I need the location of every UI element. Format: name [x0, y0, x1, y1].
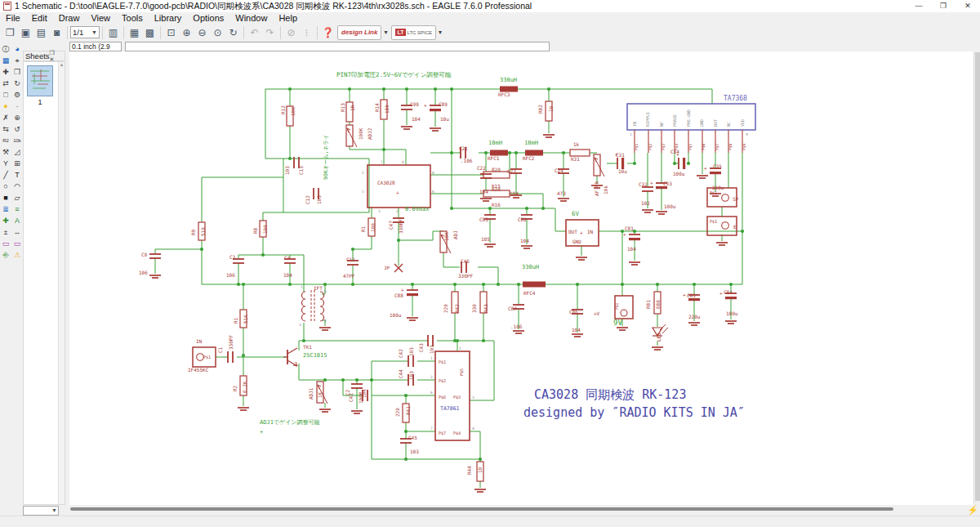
svg-text:C82: C82: [518, 217, 527, 222]
horizontal-scrollbar[interactable]: [70, 506, 965, 516]
rect-icon[interactable]: ■: [0, 192, 11, 203]
svg-text:P$1: P$1: [710, 219, 717, 224]
svg-text:R41: R41: [405, 406, 411, 415]
help-icon[interactable]: ❓: [320, 25, 336, 40]
maximize-button[interactable]: ❐: [931, 0, 956, 12]
svg-text:330PF: 330PF: [398, 219, 403, 234]
open-icon[interactable]: ❐: [2, 25, 18, 40]
miter-icon[interactable]: ◿: [11, 146, 23, 158]
attribute-icon[interactable]: ±: [0, 226, 11, 238]
bottom-combobox[interactable]: ▼: [23, 506, 59, 516]
zoom-redraw-icon[interactable]: ↻: [225, 25, 241, 40]
frame-icon[interactable]: ▭: [0, 238, 11, 249]
design-link-dropdown-icon[interactable]: ▼: [381, 29, 390, 35]
rotate-icon[interactable]: ↻: [11, 78, 23, 89]
layer-settings-icon[interactable]: ▥: [105, 25, 121, 40]
design-link-button[interactable]: design Link: [337, 25, 381, 40]
erc-icon[interactable]: ⎆: [0, 249, 11, 261]
polygon-icon[interactable]: ▱: [11, 192, 23, 203]
sheets-float-icon[interactable]: ❐: [50, 50, 56, 56]
dimension-icon[interactable]: ↔: [11, 226, 23, 238]
run-icon[interactable]: ⁝: [299, 25, 314, 40]
save-icon[interactable]: ▣: [18, 25, 33, 40]
frame-alt-icon[interactable]: ▭: [11, 238, 23, 249]
replace-icon[interactable]: ↺: [11, 123, 23, 135]
svg-text:C84: C84: [724, 289, 733, 295]
circle-icon[interactable]: ○: [0, 181, 11, 192]
svg-text:+: +: [650, 180, 653, 185]
zoom-out-icon[interactable]: ⊖: [194, 25, 210, 40]
mirror-icon[interactable]: ⇄: [0, 78, 11, 89]
bus-icon[interactable]: ≣: [0, 203, 11, 215]
menu-item-view[interactable]: View: [85, 13, 116, 23]
svg-text:100u: 100u: [673, 171, 685, 176]
svg-text:2SC1815: 2SC1815: [303, 352, 327, 359]
zoom-in-icon[interactable]: ⊕: [179, 25, 194, 40]
show-icon[interactable]: ◕: [11, 43, 23, 55]
menu-item-library[interactable]: Library: [149, 13, 188, 23]
print-icon[interactable]: ▤: [33, 25, 49, 40]
errors-icon[interactable]: ⚠: [11, 249, 23, 261]
copy-icon[interactable]: ❐: [11, 66, 23, 78]
name-icon[interactable]: R2: [0, 135, 11, 146]
split-icon[interactable]: Y: [0, 158, 11, 169]
scroll-up-icon[interactable]: ▲: [60, 62, 65, 67]
schematic-canvas[interactable]: +++++++++PIN7印加電圧2.5V~6Vでゲイン調整可能330uHRFC…: [69, 51, 973, 505]
invoke-icon[interactable]: ⊞: [11, 158, 23, 169]
svg-text:+: +: [401, 287, 404, 293]
svg-text:P$4: P$4: [453, 431, 461, 435]
add-icon[interactable]: ⊕: [11, 112, 23, 123]
svg-text:1k: 1k: [573, 141, 580, 147]
svg-text:C32: C32: [639, 181, 648, 187]
svg-text:PRE-GND: PRE-GND: [686, 109, 691, 127]
redo-icon[interactable]: ↷: [262, 25, 278, 40]
grid-alt-icon[interactable]: ▩: [142, 25, 158, 40]
sheet-selector-dropdown[interactable]: 1/1▼: [70, 26, 100, 38]
menu-item-window[interactable]: Window: [229, 13, 273, 23]
pinswap-icon[interactable]: ⇆: [0, 123, 11, 135]
command-line-input[interactable]: [125, 42, 550, 51]
grid-icon[interactable]: ▦: [127, 25, 142, 40]
smash-icon[interactable]: ⚒: [0, 146, 11, 158]
ltspice-button[interactable]: LTLTC SPICE: [391, 25, 436, 40]
move-icon[interactable]: ✚: [0, 66, 11, 78]
zoom-select-icon[interactable]: ⊙: [210, 25, 225, 40]
menu-item-file[interactable]: File: [0, 13, 26, 23]
menu-item-edit[interactable]: Edit: [26, 13, 53, 23]
minimize-button[interactable]: —: [906, 0, 931, 12]
svg-text:P$3: P$3: [453, 395, 461, 400]
menu-item-tools[interactable]: Tools: [116, 13, 149, 23]
net-icon[interactable]: ≡: [11, 203, 23, 215]
value-icon[interactable]: 10k: [11, 135, 23, 146]
label-icon[interactable]: A: [11, 215, 23, 226]
export-image-icon[interactable]: ◙: [49, 25, 65, 40]
svg-text:104: 104: [572, 327, 581, 333]
arc-icon[interactable]: ◠: [11, 181, 23, 192]
delete-icon[interactable]: ✗: [0, 112, 11, 123]
display-layers-icon[interactable]: ▦: [0, 55, 11, 66]
svg-text:6V: 6V: [572, 210, 580, 217]
ltspice-dropdown-icon[interactable]: ▼: [436, 29, 444, 35]
svg-text:P$6: P$6: [439, 395, 446, 400]
undo-icon[interactable]: ↶: [247, 25, 262, 40]
junction-icon[interactable]: ✚: [0, 215, 11, 226]
zoom-fit-icon[interactable]: ⊡: [163, 25, 179, 40]
text-icon[interactable]: T: [11, 169, 23, 181]
optimize-icon[interactable]: ·: [11, 100, 23, 112]
paint-icon[interactable]: ●: [0, 100, 11, 112]
group-icon[interactable]: □: [0, 89, 11, 100]
svg-text:P$1: P$1: [635, 144, 639, 150]
svg-text:100u: 100u: [726, 310, 738, 316]
close-button[interactable]: ✕: [956, 0, 980, 12]
menu-item-options[interactable]: Options: [187, 13, 229, 23]
wire-icon[interactable]: ╱: [0, 169, 11, 181]
mark-icon[interactable]: ⌖: [11, 55, 23, 66]
vertical-scrollbar[interactable]: [973, 51, 980, 505]
info-icon[interactable]: ⓘ: [0, 43, 11, 55]
sheets-scrollbar[interactable]: ▲: [58, 62, 65, 504]
menu-item-draw[interactable]: Draw: [53, 13, 86, 23]
menu-item-help[interactable]: Help: [273, 13, 303, 23]
stop-icon[interactable]: ⊘: [283, 25, 299, 40]
change-icon[interactable]: ⚙: [11, 89, 23, 100]
sheet-thumbnail[interactable]: [27, 65, 53, 96]
